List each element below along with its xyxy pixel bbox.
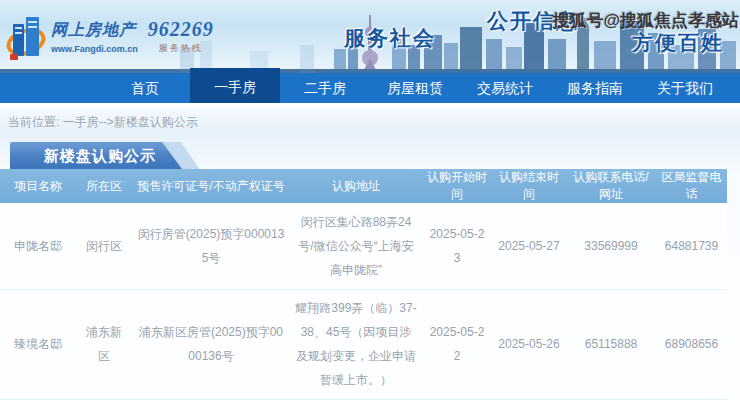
cell-permit-number: 闵行房管(2025)预字0000135号 — [132, 203, 290, 289]
col-header-district: 所在区 — [76, 169, 132, 203]
site-name: 网上房地产 — [51, 20, 138, 41]
cell-contact-phone: 65115888 — [566, 289, 656, 399]
page-content: 当前位置: 一手房-->新楼盘认购公示 新楼盘认购公示 项目名称 所在区 预售许… — [0, 103, 740, 396]
col-header-supervision-phone: 区局监督电话 — [656, 169, 727, 203]
sohu-watermark: 搜狐号@搜狐焦点孝感站 — [552, 9, 739, 32]
hotline-label: 服务热线 — [148, 42, 214, 55]
cell-start-time: 2025-05-22 — [422, 289, 492, 399]
site-header: 网上房地产 www.Fangdi.com.cn 962269 服务热线 服务社会… — [0, 0, 740, 73]
col-header-end-time: 认购结束时间 — [492, 169, 566, 203]
site-logo[interactable]: 网上房地产 www.Fangdi.com.cn 962269 服务热线 — [6, 12, 214, 62]
cell-supervision-phone: 64881739 — [656, 203, 727, 289]
nav-item-new-homes[interactable]: 一手房 — [190, 68, 280, 103]
cell-permit-number: 浦东新区房管(2025)预字0000136号 — [132, 289, 290, 399]
cell-end-time: 2025-05-26 — [492, 289, 566, 399]
site-url: www.Fangdi.com.cn — [51, 44, 138, 54]
col-header-contact-phone: 认购联系电话/网址 — [566, 169, 656, 203]
page-title-tab: 新楼盘认购公示 — [10, 142, 210, 169]
page-title: 新楼盘认购公示 — [10, 142, 210, 169]
table-row: 申陇名邸 闵行区 闵行房管(2025)预字0000135号 闵行区集心路88弄2… — [0, 203, 727, 289]
col-header-project-name: 项目名称 — [0, 169, 76, 203]
announcement-table: 项目名称 所在区 预售许可证号/不动产权证号 认购地址 认购开始时间 认购结束时… — [0, 169, 727, 400]
col-header-permit-number: 预售许可证号/不动产权证号 — [132, 169, 290, 203]
main-nav: 首页 一手房 二手房 房屋租赁 交易统计 服务指南 关于我们 — [0, 73, 740, 103]
breadcrumb: 当前位置: 一手房-->新楼盘认购公示 — [0, 103, 740, 128]
cell-address: 闵行区集心路88弄24号/微信公众号“上海安高申陇院” — [290, 203, 422, 289]
cell-project-name: 申陇名邸 — [0, 203, 76, 289]
cell-address: 耀翔路399弄（临）37-38、45号（因项目涉及规划变更，企业申请暂缓上市。） — [290, 289, 422, 399]
table-header-row: 项目名称 所在区 预售许可证号/不动产权证号 认购地址 认购开始时间 认购结束时… — [0, 169, 727, 203]
nav-item-transaction-stats[interactable]: 交易统计 — [460, 73, 550, 103]
cell-start-time: 2025-05-23 — [422, 203, 492, 289]
nav-item-rental[interactable]: 房屋租赁 — [370, 73, 460, 103]
col-header-address: 认购地址 — [290, 169, 422, 203]
cell-supervision-phone: 68908656 — [656, 289, 727, 399]
cell-district: 浦东新区 — [76, 289, 132, 399]
cell-project-name: 臻境名邸 — [0, 289, 76, 399]
cell-contact-phone: 33569999 — [566, 203, 656, 289]
cell-end-time: 2025-05-27 — [492, 203, 566, 289]
site-logo-icon — [6, 12, 46, 62]
table-row: 臻境名邸 浦东新区 浦东新区房管(2025)预字0000136号 耀翔路399弄… — [0, 289, 727, 399]
nav-item-resale-homes[interactable]: 二手房 — [280, 73, 370, 103]
cell-district: 闵行区 — [76, 203, 132, 289]
nav-item-home[interactable]: 首页 — [100, 73, 190, 103]
service-hotline: 962269 服务热线 — [148, 18, 214, 55]
slogan-serve-society: 服务社会 — [344, 24, 436, 52]
nav-item-service-guide[interactable]: 服务指南 — [550, 73, 640, 103]
col-header-start-time: 认购开始时间 — [422, 169, 492, 203]
hotline-number: 962269 — [148, 18, 214, 41]
nav-item-about-us[interactable]: 关于我们 — [640, 73, 730, 103]
slogan-convenience: 方便百姓 — [632, 29, 724, 57]
